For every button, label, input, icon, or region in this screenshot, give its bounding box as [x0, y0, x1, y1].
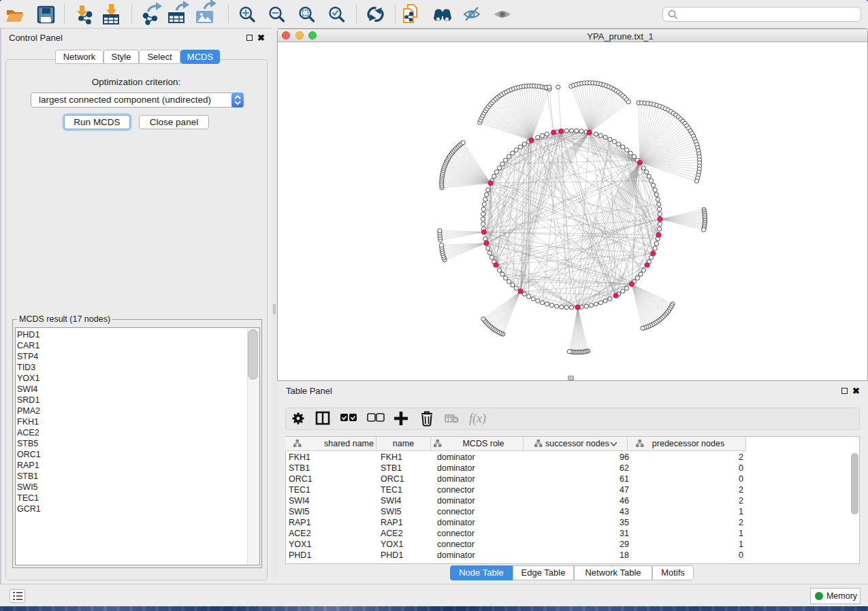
svg-text:f(x): f(x) — [469, 412, 486, 426]
